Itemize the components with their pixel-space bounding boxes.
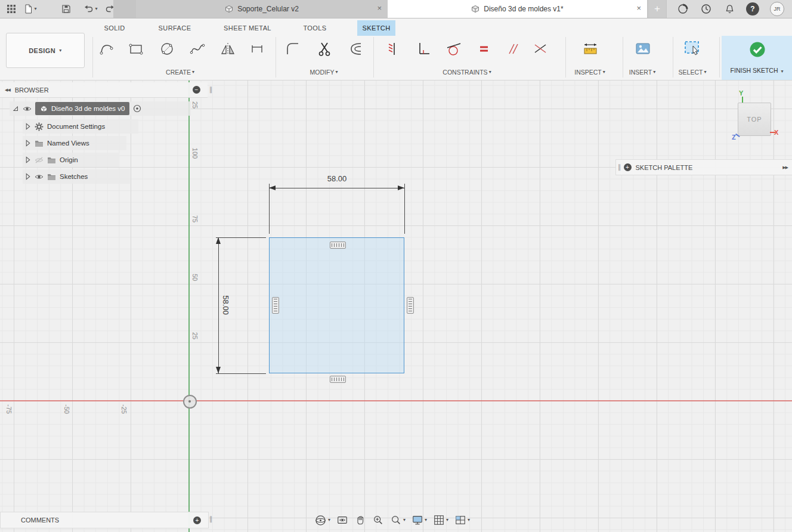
browser-item-document-settings[interactable]: Document Settings: [23, 119, 138, 134]
chevron-down-icon: ▾: [489, 70, 491, 75]
visibility-off-eye-icon[interactable]: [35, 157, 44, 163]
active-component-badge[interactable]: Diseño 3d de moldes v0: [35, 102, 129, 115]
expand-arrow-icon[interactable]: [25, 156, 31, 163]
tab-sheet-metal[interactable]: SHEET METAL: [216, 20, 279, 36]
dimension-extension-line: [404, 184, 405, 234]
comments-title: COMMENTS: [21, 516, 59, 524]
dimension-value-width[interactable]: 58.00: [321, 174, 352, 183]
panel-grip[interactable]: ∥: [618, 163, 621, 171]
sketch-palette-bar[interactable]: ∥ + SKETCH PALETTE ▶▶: [615, 159, 792, 175]
zoom-window-tool[interactable]: ▾: [388, 514, 407, 527]
look-at-tool[interactable]: [335, 514, 350, 527]
save-button[interactable]: [58, 0, 74, 18]
file-menu-button[interactable]: ▾: [21, 0, 39, 18]
expand-plus-icon[interactable]: +: [624, 163, 632, 171]
constraints-group-dropdown[interactable]: CONSTRAINTS▾: [434, 67, 500, 78]
plus-icon: +: [654, 3, 660, 15]
user-avatar[interactable]: JR: [768, 0, 786, 18]
origin-point[interactable]: [183, 395, 197, 409]
trim-scissors-icon[interactable]: [313, 37, 336, 61]
vertical-constraint-badge[interactable]: [272, 297, 279, 314]
panel-grip[interactable]: ∥: [209, 515, 213, 523]
help-button[interactable]: ?: [745, 0, 760, 18]
tab-tools[interactable]: TOOLS: [298, 20, 332, 36]
activate-radio-icon[interactable]: [133, 104, 141, 113]
rectangle-tool-icon[interactable]: [124, 37, 148, 61]
document-tab-active[interactable]: Diseño 3d de moldes v1* ×: [388, 0, 647, 18]
tab-surface[interactable]: SURFACE: [153, 20, 197, 36]
viewcube[interactable]: TOP Y X Z: [731, 86, 787, 143]
y-axis-tick: 25: [191, 95, 199, 115]
finish-sketch-button[interactable]: FINISH SKETCH ▾: [722, 36, 792, 80]
collapse-circle-icon[interactable]: −: [193, 86, 200, 94]
app-grid-icon[interactable]: [4, 0, 19, 18]
tab-solid[interactable]: SOLID: [97, 20, 132, 36]
close-icon[interactable]: ×: [636, 4, 641, 12]
display-settings-tool[interactable]: ▾: [410, 514, 429, 527]
offset-tool-icon[interactable]: [344, 37, 367, 61]
constraint-tangent-icon[interactable]: [442, 37, 466, 61]
vertical-constraint-badge[interactable]: [407, 297, 414, 314]
line-tool-icon[interactable]: [95, 37, 119, 61]
modify-group-dropdown[interactable]: MODIFY▾: [291, 67, 357, 78]
recent-clock-icon[interactable]: [698, 0, 714, 18]
zoom-tool[interactable]: [370, 514, 386, 527]
collapse-panel-icon[interactable]: ◀◀: [5, 88, 10, 92]
slot-tool-icon[interactable]: [245, 37, 269, 61]
expand-arrow-icon[interactable]: [25, 173, 31, 180]
grid-snap-settings-tool[interactable]: ▾: [431, 514, 450, 527]
select-group-dropdown[interactable]: SELECT▾: [660, 67, 725, 78]
chevron-down-icon: ▾: [653, 70, 655, 75]
browser-item-sketches[interactable]: Sketches: [23, 169, 130, 184]
circle-tool-icon[interactable]: [155, 37, 179, 61]
expand-plus-icon[interactable]: +: [193, 516, 201, 524]
select-tool-icon[interactable]: [680, 37, 704, 61]
expand-arrow-icon[interactable]: [25, 140, 31, 147]
expand-panel-icon[interactable]: ▶▶: [782, 165, 788, 170]
browser-item-origin[interactable]: Origin: [23, 153, 119, 167]
viewcube-y-axis-label: Y: [739, 89, 743, 97]
horizontal-constraint-badge[interactable]: [330, 376, 346, 383]
constraint-vertical-icon[interactable]: [380, 37, 404, 61]
document-tab-inactive[interactable]: Soporte_Celular v2 ×: [136, 0, 388, 18]
spline-tool-icon[interactable]: [185, 37, 209, 61]
pan-tool[interactable]: [352, 514, 368, 527]
fillet-tool-icon[interactable]: [281, 37, 305, 61]
new-tab-button[interactable]: +: [648, 0, 666, 18]
insert-image-icon[interactable]: [631, 37, 655, 61]
constraint-midpoint-icon[interactable]: [528, 37, 552, 61]
constraint-equal-icon[interactable]: [472, 37, 496, 61]
browser-header[interactable]: ◀◀ BROWSER −: [0, 82, 208, 98]
viewports-tool[interactable]: ▾: [453, 514, 472, 527]
panel-grip[interactable]: ∥: [209, 86, 213, 94]
viewcube-top-face[interactable]: TOP: [738, 103, 771, 136]
browser-item-named-views[interactable]: Named Views: [23, 136, 126, 150]
comments-bar[interactable]: COMMENTS +: [0, 512, 209, 528]
visibility-eye-icon[interactable]: [23, 106, 32, 112]
dimension-value-height[interactable]: 58.00: [221, 290, 230, 321]
close-icon[interactable]: ×: [377, 4, 382, 12]
sketch-rectangle[interactable]: [269, 237, 404, 373]
undo-button[interactable]: ▾: [81, 0, 100, 18]
expanded-node-icon[interactable]: [12, 105, 19, 112]
visibility-eye-icon[interactable]: [35, 174, 44, 180]
tab-sketch[interactable]: SKETCH: [357, 20, 395, 36]
horizontal-constraint-badge[interactable]: [330, 242, 346, 249]
design-workspace-dropdown[interactable]: DESIGN ▾: [6, 33, 85, 68]
x-axis-stub: [770, 132, 775, 133]
dimension-line: [218, 237, 219, 373]
notifications-bell-icon[interactable]: [722, 0, 737, 18]
y-axis-tick: 100: [191, 143, 199, 163]
document-cube-icon: [471, 5, 479, 13]
create-group-dropdown[interactable]: CREATE▾: [147, 67, 213, 78]
orbit-tool[interactable]: ▾: [313, 514, 332, 527]
mirror-tool-icon[interactable]: [216, 37, 240, 61]
constraint-perpendicular-icon[interactable]: [412, 37, 435, 61]
expand-arrow-icon[interactable]: [25, 123, 31, 130]
document-cube-icon: [225, 5, 233, 13]
browser-root-row[interactable]: Diseño 3d de moldes v0: [10, 101, 191, 116]
constraint-parallel-icon[interactable]: [500, 37, 524, 61]
dimension-extension-line: [216, 373, 266, 374]
measure-tool-icon[interactable]: [578, 37, 602, 61]
job-status-icon[interactable]: [675, 0, 691, 18]
